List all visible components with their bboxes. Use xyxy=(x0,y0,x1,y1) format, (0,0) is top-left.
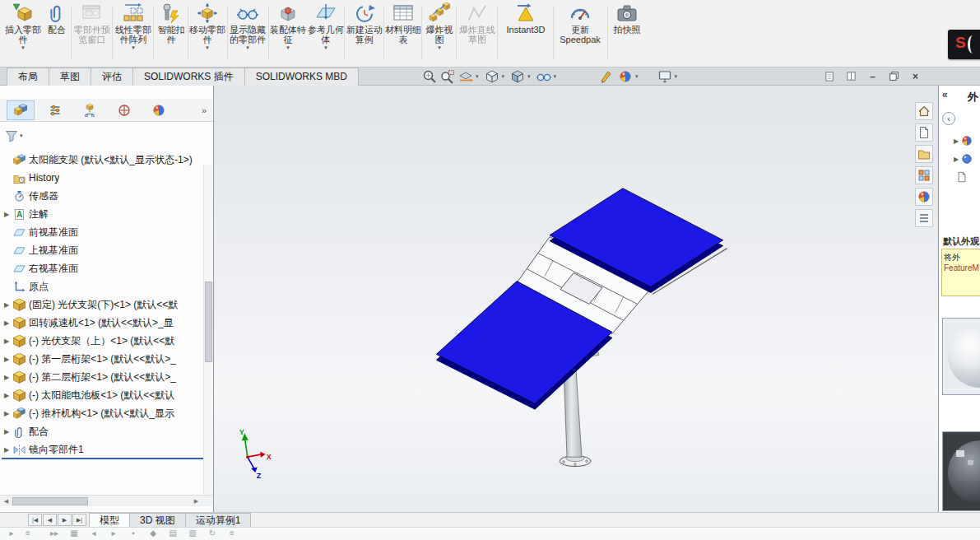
dropdown-arrow-icon[interactable]: ▾ xyxy=(527,73,531,80)
section-view-icon[interactable] xyxy=(457,69,474,85)
assembly-features-button[interactable]: 装配体特征 ▾ xyxy=(270,2,306,67)
motion-tool-icon[interactable]: ≡ xyxy=(224,528,240,538)
graphics-viewport[interactable]: Y X Z xyxy=(214,86,938,512)
tab-configuration-manager[interactable] xyxy=(76,100,104,120)
tab-layout[interactable]: 布局 xyxy=(7,68,49,86)
restore-icon[interactable] xyxy=(887,70,901,83)
scrollbar-thumb[interactable] xyxy=(12,497,88,505)
display-style-icon[interactable] xyxy=(509,69,526,85)
tab-motion-study-1[interactable]: 运动算例1 xyxy=(185,513,252,528)
folder-icon[interactable] xyxy=(915,145,933,163)
motion-tool-icon[interactable]: ▸ xyxy=(3,528,20,538)
exploded-view-button[interactable]: 爆炸视图 ▾ xyxy=(423,2,456,67)
tab-solidworks-mbd[interactable]: SOLIDWORKS MBD xyxy=(244,68,359,86)
tree-item[interactable]: 传感器 xyxy=(0,188,202,204)
move-component-button[interactable]: 移动零部件 ▾ xyxy=(189,2,225,67)
pattern-grid-icon[interactable] xyxy=(915,166,933,184)
scrollbar-thumb[interactable] xyxy=(205,282,212,362)
tree-item[interactable]: ▶ (-) 推杆机构<1> (默认<默认_显示 xyxy=(0,405,202,421)
dropdown-arrow-icon[interactable]: ▾ xyxy=(132,44,135,51)
take-snapshot-button[interactable]: 拍快照 xyxy=(609,2,645,67)
dropdown-arrow-icon[interactable]: ▾ xyxy=(21,44,25,51)
tree-item[interactable]: ▶ (-) 光伏支架（上）<1> (默认<<默 xyxy=(0,333,202,349)
tree-item[interactable]: ▶ 回转减速机<1> (默认<<默认>_显 xyxy=(0,314,202,331)
tab-evaluate[interactable]: 评估 xyxy=(91,68,133,86)
tab-sketch[interactable]: 草图 xyxy=(49,68,91,86)
tab-featuremanager-tree[interactable] xyxy=(7,100,35,120)
expand-arrow-icon[interactable]: ▶ xyxy=(4,374,13,381)
tree-horizontal-scrollbar[interactable]: ◀ ▶ xyxy=(0,495,213,506)
tree-item[interactable]: ▶ (-) 太阳能电池板<1> (默认<<默认 xyxy=(0,387,202,403)
rollback-bar[interactable] xyxy=(2,458,206,459)
motion-tool-icon[interactable]: ▤ xyxy=(165,528,181,538)
zoom-fit-icon[interactable] xyxy=(421,69,438,85)
dropdown-arrow-icon[interactable]: ▾ xyxy=(438,44,441,51)
home-icon[interactable] xyxy=(915,102,933,120)
collapse-pane-icon[interactable]: « xyxy=(942,89,948,100)
tab-property-manager[interactable] xyxy=(41,100,69,120)
motion-tool-icon[interactable]: ↻ xyxy=(204,528,221,538)
tree-root-item[interactable]: 太阳能支架 (默认<默认_显示状态-1>) xyxy=(0,151,202,168)
motion-tool-icon[interactable]: ▦ xyxy=(66,528,82,538)
insert-component-button[interactable]: 插入零部件 ▾ xyxy=(5,2,41,67)
motion-tool-icon[interactable]: ▸ xyxy=(105,528,122,538)
tree-item[interactable]: ▶ 镜向零部件1 xyxy=(0,441,202,458)
tree-item[interactable]: ▶ (-) 第一层桁架<1> (默认<<默认>_ xyxy=(0,351,202,367)
expand-arrow-icon[interactable]: ▶ xyxy=(4,410,13,417)
tab-model[interactable]: 模型 xyxy=(89,513,130,528)
tree-item[interactable]: History xyxy=(0,170,202,186)
tree-item[interactable]: 原点 xyxy=(0,278,202,295)
update-speedpak-button[interactable]: 更新 Speedpak xyxy=(555,2,606,67)
motion-tool-icon[interactable]: ◂ xyxy=(86,528,102,538)
tab-3d-views[interactable]: 3D 视图 xyxy=(129,513,186,528)
appearance-tree-row[interactable]: ▶ xyxy=(954,151,973,166)
expand-arrow-icon[interactable]: ▶ xyxy=(4,319,13,327)
tree-item[interactable]: 前视基准面 xyxy=(0,224,202,240)
solidworks-resources-tab[interactable]: S xyxy=(948,30,980,59)
reference-geometry-button[interactable]: 参考几何体 ▾ xyxy=(308,2,344,67)
motion-tool-icon[interactable]: ≡ xyxy=(20,528,36,538)
dropdown-arrow-icon[interactable]: ▾ xyxy=(502,73,505,80)
tree-item[interactable]: 右视基准面 xyxy=(0,260,202,277)
motion-tool-icon[interactable]: ▪ xyxy=(125,528,142,538)
expand-arrow-icon[interactable]: ▶ xyxy=(954,156,959,163)
dropdown-arrow-icon[interactable]: ▾ xyxy=(20,133,23,139)
tree-item[interactable]: ▶ (固定) 光伏支架(下)<1> (默认<<默 xyxy=(0,296,202,313)
last-tab-icon[interactable]: ▶| xyxy=(72,514,86,526)
motion-tool-icon[interactable]: ◆ xyxy=(145,528,161,538)
appearance-thumbnail-white[interactable] xyxy=(942,318,980,395)
appearance-ball-icon[interactable] xyxy=(915,188,933,206)
motion-tool-icon[interactable]: ▸▸ xyxy=(46,528,63,538)
dropdown-arrow-icon[interactable]: ▾ xyxy=(675,73,678,80)
dropdown-arrow-icon[interactable]: ▾ xyxy=(206,44,209,51)
document-icon[interactable] xyxy=(915,123,933,142)
expand-arrow-icon[interactable]: ▶ xyxy=(4,211,13,218)
list-icon[interactable] xyxy=(915,209,933,227)
edit-appearance-icon[interactable] xyxy=(599,69,615,85)
tree-vertical-scrollbar[interactable] xyxy=(203,165,213,495)
view-settings-icon[interactable] xyxy=(657,69,673,85)
dropdown-arrow-icon[interactable]: ▾ xyxy=(286,44,290,51)
appearance-tree-row[interactable] xyxy=(954,170,968,184)
dropdown-arrow-icon[interactable]: ▾ xyxy=(476,73,479,80)
bill-of-materials-button[interactable]: 材料明细表 xyxy=(385,2,421,67)
show-hidden-components-button[interactable]: 显示隐藏的零部件 ▾ xyxy=(229,2,267,67)
new-motion-study-button[interactable]: 新建运动算例 xyxy=(346,2,383,67)
previous-tab-icon[interactable]: ◀ xyxy=(43,514,57,526)
linear-pattern-button[interactable]: 线性零部件阵列 ▾ xyxy=(114,2,153,67)
dropdown-arrow-icon[interactable]: ▾ xyxy=(554,73,557,80)
expand-arrow-icon[interactable]: ▶ xyxy=(4,392,13,399)
expand-arrow-icon[interactable]: ▶ xyxy=(4,338,13,345)
back-circle-icon[interactable]: ‹ xyxy=(942,112,955,125)
tree-item[interactable]: ▶ (-) 第二层桁架<1> (默认<<默认>_ xyxy=(0,369,202,385)
next-tab-icon[interactable]: ▶ xyxy=(58,514,72,526)
tab-solidworks-addins[interactable]: SOLIDWORKS 插件 xyxy=(132,68,245,86)
tree-item[interactable]: ▶ 配合 xyxy=(0,423,202,440)
new-window-icon[interactable] xyxy=(823,70,837,83)
minimize-icon[interactable]: – xyxy=(866,70,880,83)
mate-button[interactable]: 配合 xyxy=(43,2,71,67)
zoom-area-icon[interactable] xyxy=(439,69,456,85)
apply-scene-icon[interactable] xyxy=(617,69,634,85)
tree-item[interactable]: 上视基准面 xyxy=(0,242,202,258)
close-icon[interactable]: × xyxy=(908,70,922,83)
